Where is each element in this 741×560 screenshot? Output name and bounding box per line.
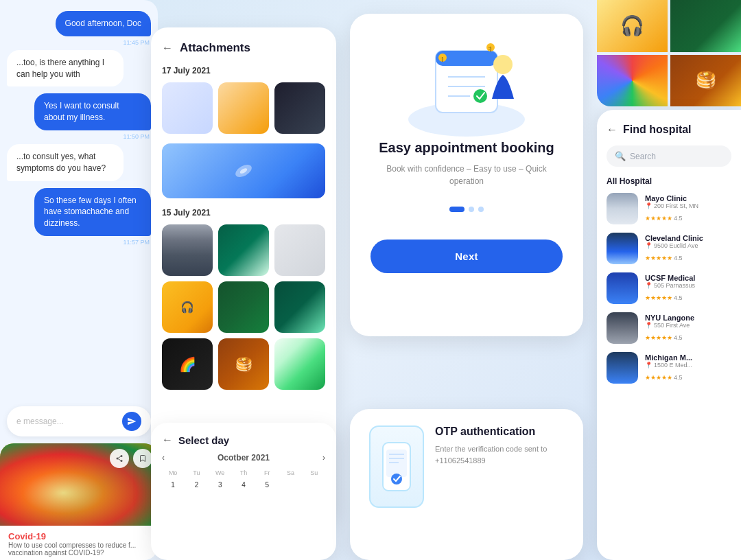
calendar-prev[interactable]: ‹ [162, 453, 165, 463]
hospital-name-1: Cleveland Clinic [645, 234, 731, 242]
next-button[interactable]: Next [370, 240, 563, 273]
otp-phone-svg [379, 439, 414, 494]
hospital-stars-0: ★★★★★ [645, 215, 672, 222]
attachment-img-1[interactable] [218, 82, 269, 134]
attachments-date2: 15 July 2021 [162, 208, 325, 218]
attachment-img-10[interactable]: 🌈 [162, 338, 213, 390]
hospital-stars-3: ★★★★★ [645, 334, 672, 341]
cal-date-1[interactable]: 1 [162, 479, 184, 491]
attachment-img-7[interactable]: 🎧 [162, 281, 213, 333]
tr-img-headphones: 🎧 [597, 0, 668, 52]
attachments-back-button[interactable]: ← [162, 42, 173, 54]
hospital-addr-0: 📍200 First St, MN [645, 202, 731, 209]
hospital-card-0[interactable]: Mayo Clinic 📍200 First St, MN ★★★★★4.5 [607, 193, 731, 224]
hospital-card-2[interactable]: UCSF Medical 📍505 Parnassus ★★★★★4.5 [607, 272, 731, 304]
otp-title: OTP authentication [435, 425, 564, 438]
cal-day-th: Th [233, 468, 255, 478]
covid-title: Covid-19 [8, 531, 150, 541]
dot-1 [449, 207, 464, 212]
chat-input[interactable]: e message... [16, 417, 122, 426]
svg-line-4 [118, 456, 120, 458]
attachment-img-2[interactable] [274, 82, 325, 134]
dot-2 [469, 207, 474, 212]
share-icon [115, 454, 124, 463]
calendar-next[interactable]: › [322, 453, 325, 463]
greeting-bubble: Good afternoon, Doc [56, 11, 151, 36]
hospital-img-ucsf [607, 272, 638, 304]
attachment-img-5[interactable] [218, 224, 269, 276]
hospital-img-mayo [607, 193, 638, 224]
svg-point-21 [391, 474, 402, 485]
hospital-addr-3: 📍550 First Ave [645, 322, 731, 329]
hospital-search-input[interactable]: Search [630, 152, 656, 161]
cal-date-4[interactable]: 4 [233, 479, 255, 491]
otp-phone-illustration [369, 425, 424, 508]
cal-date-3[interactable]: 3 [209, 479, 231, 491]
send-button[interactable] [122, 412, 141, 431]
hospital-card-3[interactable]: NYU Langone 📍550 First Ave ★★★★★4.5 [607, 312, 731, 344]
booking-subtitle: Book with confidence – Easy to use – Qui… [370, 163, 563, 187]
cal-date-5[interactable]: 5 [256, 479, 278, 491]
send-icon [127, 417, 137, 426]
hospital-name-2: UCSF Medical [645, 274, 731, 282]
hospital-img-cleveland [607, 233, 638, 264]
calendar-days-grid: Mo Tu We Th Fr Sa Su 1 2 3 4 5 [162, 468, 325, 491]
attachment-img-11[interactable]: 🥞 [218, 338, 269, 390]
outgoing-bubble-1: Yes I want to consult about my illness. [34, 93, 151, 130]
hospital-stars-2: ★★★★★ [645, 294, 672, 301]
hospital-card-1[interactable]: Cleveland Clinic 📍9500 Euclid Ave ★★★★★4… [607, 233, 731, 264]
greeting-time: 11:45 PM [0, 39, 150, 46]
attachment-img-0[interactable] [162, 82, 213, 134]
otp-panel: OTP authentication Enter the verificatio… [350, 409, 583, 560]
attachments-grid-2: 🎧 🌈 🥞 [162, 224, 325, 390]
hospital-name-3: NYU Langone [645, 314, 731, 322]
svg-point-0 [121, 455, 123, 457]
cal-day-we: We [209, 468, 231, 478]
calendar-title: Select day [178, 434, 229, 446]
hospital-card-4[interactable]: Michigan M... 📍1500 E Med... ★★★★★4.5 [607, 352, 731, 384]
attachment-img-8[interactable] [218, 281, 269, 333]
attachments-header: ← Attachments [162, 41, 325, 55]
covid-subtitle: How to use cool compresses to reduce f..… [8, 541, 150, 557]
hospital-addr-2: 📍505 Parnassus [645, 282, 731, 289]
booking-dots [449, 207, 484, 212]
attachment-img-6[interactable] [274, 224, 325, 276]
share-icon-btn[interactable] [110, 449, 129, 468]
hospital-panel-title: Find hospital [623, 124, 692, 136]
booking-title: Easy appointment booking [379, 140, 554, 156]
outgoing-bubble-2: So these few days I often have stomachac… [34, 188, 151, 236]
hospital-search-bar[interactable]: 🔍 Search [607, 145, 731, 167]
cal-day-su: Su [303, 468, 325, 478]
attachment-img-12[interactable] [274, 338, 325, 390]
hospital-img-nyu [607, 312, 638, 344]
bookmark-icon-btn[interactable] [133, 449, 152, 468]
booking-panel: :) :) Easy appointment booking Book with… [350, 14, 583, 336]
hospital-name-0: Mayo Clinic [645, 194, 731, 202]
svg-line-3 [118, 459, 120, 460]
svg-rect-20 [386, 450, 407, 477]
hospital-stars-4: ★★★★★ [645, 374, 672, 381]
attachments-grid-1 [162, 82, 325, 134]
svg-point-1 [117, 458, 119, 460]
hospital-back-button[interactable]: ← [607, 124, 618, 136]
booking-illustration: :) :) [401, 30, 532, 140]
bookmark-icon [139, 454, 147, 463]
dot-3 [478, 207, 484, 212]
greeting-text: Good afternoon, Doc [65, 19, 141, 28]
calendar-back-button[interactable]: ← [162, 434, 173, 446]
otp-subtitle: Enter the verification code sent to +110… [435, 443, 564, 466]
attachment-img-4[interactable] [162, 224, 213, 276]
blue-pills-icon [231, 159, 256, 183]
svg-text::): :) [440, 56, 443, 62]
tr-img-plant [670, 0, 741, 52]
cal-day-tu: Tu [185, 468, 207, 478]
cal-day-sa: Sa [279, 468, 301, 478]
search-icon: 🔍 [615, 151, 626, 161]
cal-date-2[interactable]: 2 [185, 479, 207, 491]
tr-img-pancakes: 🥞 [670, 55, 741, 107]
attachment-img-9[interactable] [274, 281, 325, 333]
attachment-img-3[interactable] [162, 143, 325, 198]
attachments-date1: 17 July 2021 [162, 66, 325, 75]
calendar-month: Ocotber 2021 [217, 453, 270, 463]
chat-panel: Good afternoon, Doc 11:45 PM ...too, is … [0, 0, 158, 560]
